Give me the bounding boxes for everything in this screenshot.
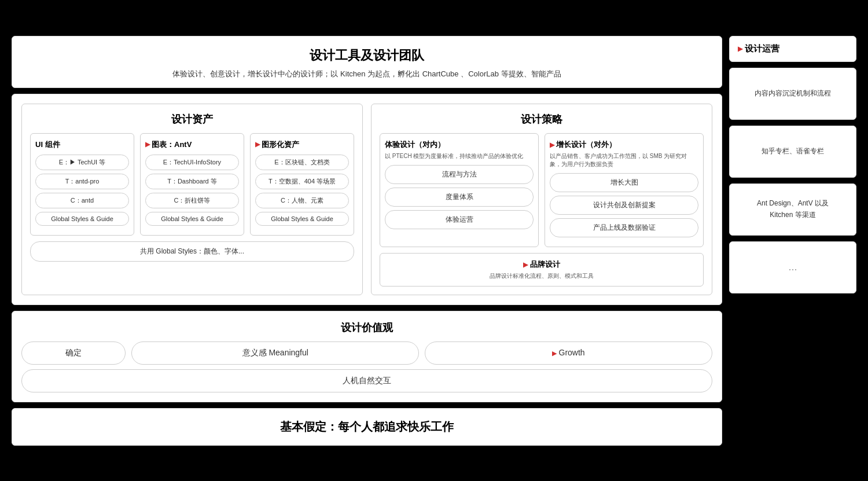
ui-column-label: UI 组件 (35, 139, 60, 150)
growth-col: ▶ 增长设计（对外） 以产品销售、客户成功为工作范围，以 SMB 为研究对象，为… (545, 133, 704, 247)
design-assets-title: 设计资产 (30, 112, 354, 126)
sidebar-header-label: 设计运营 (745, 43, 779, 54)
brand-arrow: ▶ (523, 261, 529, 268)
experience-col-subtitle: 以 PTECH 模型为度量标准，持续推动产品的体验优化 (385, 152, 534, 160)
sidebar-card-4: ... (729, 241, 856, 293)
experience-btn-1[interactable]: 流程与方法 (385, 165, 534, 184)
ui-item-4: Global Styles & Guide (35, 212, 129, 226)
experience-btn-2[interactable]: 度量体系 (385, 188, 534, 207)
sidebar-card-2: 知乎专栏、语雀专栏 (729, 126, 856, 178)
ui-column-header: UI 组件 (35, 139, 129, 150)
chart-item-4: Global Styles & Guide (145, 212, 239, 226)
values-row: 确定 意义感 Meaningful ▶ Growth (21, 342, 712, 365)
graphic-column-label: 图形化资产 (262, 139, 299, 150)
growth-col-title: 增长设计（对外） (556, 140, 616, 149)
graphic-item-3: C：人物、元素 (255, 193, 349, 208)
strategy-inner: 体验设计（对内） 以 PTECH 模型为度量标准，持续推动产品的体验优化 流程与… (380, 133, 704, 247)
sidebar-card-3: Ant Design、AntV 以及Kitchen 等渠道 (729, 183, 856, 236)
header-section: 设计工具及设计团队 体验设计、创意设计，增长设计中心的设计师；以 Kitchen… (12, 36, 722, 88)
value-item-full: 人机自然交互 (21, 369, 712, 392)
chart-item-2: T：Dashboard 等 (145, 174, 239, 189)
chart-item-1: E：TechUI-InfoStory (145, 155, 239, 170)
sidebar-card-1: 内容内容沉淀机制和流程 (729, 68, 856, 120)
graphic-item-2: T：空数据、404 等场景 (255, 174, 349, 189)
middle-section: 设计资产 UI 组件 E：▶ TechUI 等 T：antd-pro C：ant… (12, 94, 722, 305)
header-title: 设计工具及设计团队 (24, 47, 710, 64)
design-strategy: 设计策略 体验设计（对内） 以 PTECH 模型为度量标准，持续推动产品的体验优… (371, 104, 712, 295)
growth-btn-1[interactable]: 增长大图 (550, 173, 698, 192)
ui-item-1: E：▶ TechUI 等 (35, 155, 129, 170)
chart-red-arrow: ▶ (145, 141, 150, 148)
graphic-item-4: Global Styles & Guide (255, 212, 349, 226)
growth-btn-2[interactable]: 设计共创及创新提案 (550, 196, 698, 215)
design-strategy-title: 设计策略 (380, 112, 704, 126)
assets-columns: UI 组件 E：▶ TechUI 等 T：antd-pro C：antd Glo… (30, 133, 354, 236)
growth-arrow-icon: ▶ (552, 350, 558, 357)
main-wrapper: 设计工具及设计团队 体验设计、创意设计，增长设计中心的设计师；以 Kitchen… (12, 36, 856, 446)
chart-column: ▶ 图表：AntV E：TechUI-InfoStory T：Dashboard… (140, 133, 244, 236)
values-title: 设计价值观 (21, 321, 712, 335)
chart-item-3: C：折柱饼等 (145, 193, 239, 208)
graphic-item-1: E：区块链、文档类 (255, 155, 349, 170)
experience-btn-3[interactable]: 体验运营 (385, 210, 534, 229)
graphic-red-arrow: ▶ (255, 141, 260, 148)
growth-label: Growth (559, 348, 585, 357)
chart-column-header: ▶ 图表：AntV (145, 139, 239, 150)
sidebar-arrow: ▶ (738, 45, 742, 53)
growth-col-subtitle: 以产品销售、客户成功为工作范围，以 SMB 为研究对象，为用户行为数据负责 (550, 152, 698, 168)
values-section: 设计价值观 确定 意义感 Meaningful ▶ Growth 人机自然交互 (12, 311, 722, 402)
value-item-2: 意义感 Meaningful (131, 342, 419, 365)
footer-title: 基本假定：每个人都追求快乐工作 (23, 419, 711, 435)
growth-col-arrow: ▶ (550, 141, 556, 148)
brand-design-subtitle: 品牌设计标准化流程、原则、模式和工具 (386, 272, 697, 280)
header-subtitle: 体验设计、创意设计，增长设计中心的设计师；以 Kitchen 为起点，孵化出 C… (24, 69, 710, 79)
graphic-column-header: ▶ 图形化资产 (255, 139, 349, 150)
value-item-1: 确定 (21, 342, 126, 365)
growth-btn-3[interactable]: 产品上线及数据验证 (550, 218, 698, 237)
ui-column: UI 组件 E：▶ TechUI 等 T：antd-pro C：antd Glo… (30, 133, 134, 236)
experience-col-header: 体验设计（对内） (385, 139, 534, 150)
ui-item-2: T：antd-pro (35, 174, 129, 189)
value-item-3: ▶ Growth (425, 342, 712, 365)
brand-title-text: 品牌设计 (530, 260, 560, 269)
right-sidebar: ▶ 设计运营 内容内容沉淀机制和流程 知乎专栏、语雀专栏 Ant Design、… (729, 36, 856, 293)
chart-column-label: 图表：AntV (152, 139, 192, 150)
design-assets: 设计资产 UI 组件 E：▶ TechUI 等 T：antd-pro C：ant… (21, 104, 363, 295)
growth-col-header: ▶ 增长设计（对外） (550, 139, 698, 150)
brand-design-bar: ▶ 品牌设计 品牌设计标准化流程、原则、模式和工具 (380, 253, 704, 287)
footer-section: 基本假定：每个人都追求快乐工作 (12, 408, 722, 446)
sidebar-header: ▶ 设计运营 (729, 36, 856, 62)
experience-col: 体验设计（对内） 以 PTECH 模型为度量标准，持续推动产品的体验优化 流程与… (380, 133, 539, 247)
global-styles-bar: 共用 Global Styles：颜色、字体... (30, 241, 354, 262)
brand-design-title: ▶ 品牌设计 (386, 259, 697, 270)
left-content: 设计工具及设计团队 体验设计、创意设计，增长设计中心的设计师；以 Kitchen… (12, 36, 722, 446)
ui-item-3: C：antd (35, 193, 129, 208)
graphic-column: ▶ 图形化资产 E：区块链、文档类 T：空数据、404 等场景 C：人物、元素 … (250, 133, 354, 236)
